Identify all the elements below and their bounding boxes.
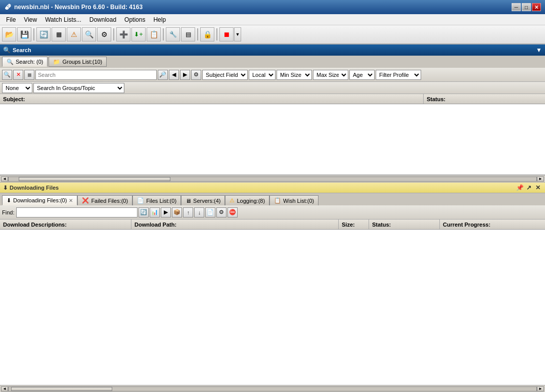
settings-button[interactable]: ⚙ [97, 27, 111, 41]
search-button[interactable]: 🔍 [82, 27, 96, 41]
download-add-button[interactable]: ⬇+ [131, 27, 146, 41]
main-content: 🔍 Search ▼ 🔍 Search: (0) 📁 Groups List:(… [0, 45, 545, 392]
open-nbi-button[interactable]: 📂 [2, 27, 16, 41]
local-dropdown[interactable]: Local [249, 70, 276, 80]
search-scrollbar[interactable]: ◄ ► [0, 175, 545, 182]
search-header: 🔍 Search ▼ [0, 45, 545, 56]
find-label: Find: [2, 209, 14, 215]
float-button[interactable]: ↗ [525, 184, 533, 192]
menu-view[interactable]: View [20, 15, 41, 24]
search-results[interactable]: Subject: Status: [0, 94, 545, 175]
download-header-title: Downloading Files [10, 185, 59, 191]
dl-file-btn[interactable]: 📄 [205, 207, 215, 217]
pin-button[interactable]: 📌 [516, 184, 524, 192]
min-size-dropdown[interactable]: Min Size [277, 70, 312, 80]
search-prev-btn[interactable]: ◀ [169, 70, 179, 80]
close-button[interactable]: ✕ [532, 3, 541, 11]
filter-button[interactable]: 🔧 [166, 27, 180, 41]
search-in-groups-dropdown[interactable]: Search In Groups/Topic [33, 83, 124, 93]
toolbar-more-button[interactable]: ▼ [234, 27, 241, 41]
dl-content: Download Descriptions: Download Path: Si… [0, 220, 545, 392]
dl-scroll-right[interactable]: ► [537, 386, 544, 391]
search-go-btn[interactable]: 🔎 [158, 70, 168, 80]
find-refresh-btn[interactable]: 🔄 [139, 207, 149, 217]
search-icon-btn[interactable]: 🔍 [2, 70, 12, 80]
dl-settings-btn[interactable]: ⚙ [216, 207, 226, 217]
dl-resume-btn[interactable]: ↓ [194, 207, 204, 217]
menu-help[interactable]: Help [149, 15, 170, 24]
search-panel-collapse[interactable]: ▼ [536, 47, 542, 54]
search-options-btn[interactable]: ⚙ [191, 70, 201, 80]
max-size-dropdown[interactable]: Max Size [313, 70, 348, 80]
dl-launch-btn[interactable]: ▶ [161, 207, 171, 217]
dl-col-desc-header: Download Descriptions: [0, 220, 131, 229]
search-scroll-right[interactable]: ► [537, 177, 544, 182]
download-header: ⬇ Downloading Files 📌 ↗ ✕ [0, 182, 545, 193]
dl-tab-downloading[interactable]: ⬇ Downloading Files:(0) ✕ [2, 195, 77, 205]
download-header-icon: ⬇ [3, 185, 8, 191]
view-toggle-button[interactable]: ▤ [181, 27, 195, 41]
search-scroll-thumb[interactable] [19, 177, 170, 181]
toolbar-separator-3 [163, 28, 164, 40]
search-filter-bar: None Search In Groups/Topic [0, 82, 545, 94]
dl-tab-wishlist[interactable]: 📋 Wish List:(0) [269, 195, 319, 205]
results-header: Subject: Status: [0, 94, 545, 104]
subject-field-dropdown[interactable]: Subject Field [202, 70, 248, 80]
filter-profile-dropdown[interactable]: Filter Profile [376, 70, 421, 80]
search-tab-groups[interactable]: 📁 Groups List:(10) [49, 57, 107, 67]
stop-button[interactable]: ⏹ [219, 27, 234, 41]
dl-bar-chart-btn[interactable]: 📊 [150, 207, 160, 217]
search-toolbar: 🔍 ✕ ⏹ 🔎 ◀ ▶ ⚙ Subject Field Local Min Si… [0, 68, 545, 82]
clear-search-btn[interactable]: ✕ [13, 70, 23, 80]
dl-tab-downloading-label: Downloading Files:(0) [13, 197, 67, 203]
dl-tab-fileslist[interactable]: 📄 Files List:(0) [132, 195, 181, 205]
dl-tab-servers-icon: 🖥 [186, 198, 191, 204]
toolbar-separator-4 [197, 28, 198, 40]
window-title: newsbin.nbi - Newsbin Pro 6.60 - Build: … [14, 4, 143, 11]
menu-download[interactable]: Download [85, 15, 120, 24]
dl-toolbar: Find: 🔄 📊 ▶ 📦 ↑ ↓ 📄 ⚙ ⛔ [0, 205, 545, 220]
search-scroll-track[interactable] [8, 177, 537, 182]
search-header-title: Search [13, 47, 31, 53]
dl-scroll-track[interactable] [8, 386, 537, 391]
title-bar-controls: ─ □ ✕ [512, 3, 541, 11]
toolbar: 📂 💾 🔄 ▦ ⚠ 🔍 ⚙ ➕ ⬇+ 📋 🔧 ▤ 🔒 ⏹ ▼ [0, 25, 545, 45]
search-header-icon: 🔍 [3, 47, 11, 54]
search-tab-search[interactable]: 🔍 Search: (0) [2, 57, 48, 67]
panel-toggle-button[interactable]: ▦ [52, 27, 66, 41]
search-input[interactable] [35, 70, 157, 80]
toolbar-separator-2 [113, 28, 114, 40]
dl-results[interactable]: Download Descriptions: Download Path: Si… [0, 220, 545, 385]
minimize-button[interactable]: ─ [512, 3, 521, 11]
dl-pause-btn[interactable]: ↑ [183, 207, 193, 217]
dl-tab-servers[interactable]: 🖥 Servers:(4) [181, 195, 225, 205]
search-tabs: 🔍 Search: (0) 📁 Groups List:(10) [0, 56, 545, 68]
find-input[interactable] [16, 207, 138, 217]
menu-options[interactable]: Options [120, 15, 149, 24]
stop-search-btn[interactable]: ⏹ [24, 70, 34, 80]
maximize-button[interactable]: □ [522, 3, 531, 11]
search-next-btn[interactable]: ▶ [180, 70, 190, 80]
download-manage-button[interactable]: 📋 [147, 27, 161, 41]
dl-scroll-left[interactable]: ◄ [1, 386, 8, 391]
dl-scrollbar[interactable]: ◄ ► [0, 385, 545, 392]
search-tab-icon: 🔍 [7, 59, 14, 65]
menu-watchlists[interactable]: Watch Lists... [41, 15, 85, 24]
dl-extract-btn[interactable]: 📦 [172, 207, 182, 217]
refresh-button[interactable]: 🔄 [36, 27, 51, 41]
menu-file[interactable]: File [2, 15, 20, 24]
dl-tab-logging[interactable]: ⚠ Logging:(8) [225, 195, 269, 205]
save-nbi-button[interactable]: 💾 [17, 27, 31, 41]
search-scroll-left[interactable]: ◄ [1, 177, 8, 182]
none-dropdown[interactable]: None [2, 83, 32, 93]
add-button[interactable]: ➕ [116, 27, 130, 41]
dl-tab-close[interactable]: ✕ [69, 198, 73, 203]
alert-button[interactable]: ⚠ [67, 27, 81, 41]
age-dropdown[interactable]: Age [349, 70, 375, 80]
lock-button[interactable]: 🔒 [200, 27, 214, 41]
menu-bar: File View Watch Lists... Download Option… [0, 14, 545, 25]
dl-stop-btn[interactable]: ⛔ [228, 207, 238, 217]
dl-tab-failed[interactable]: ❌ Failed Files:(0) [77, 195, 132, 205]
close-panel-button[interactable]: ✕ [534, 184, 542, 192]
dl-scroll-thumb[interactable] [11, 387, 112, 391]
